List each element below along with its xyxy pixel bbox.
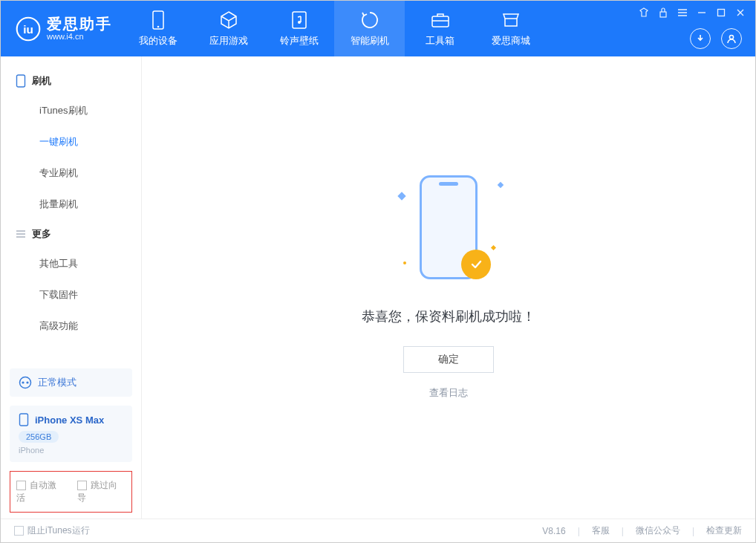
svg-point-9 xyxy=(729,35,733,39)
svg-rect-6 xyxy=(432,16,449,27)
check-badge-icon xyxy=(461,250,491,279)
footer-link-support[interactable]: 客服 xyxy=(592,524,610,537)
tab-apps-games[interactable]: 应用游戏 xyxy=(193,1,264,56)
cube-icon xyxy=(219,10,238,30)
app-header: iu 爱思助手 www.i4.cn 我的设备 应用游戏 铃声壁纸 智能刷机 工具… xyxy=(1,1,755,56)
tab-my-device[interactable]: 我的设备 xyxy=(123,1,193,56)
highlighted-checkbox-row: 自动激活 跳过向导 xyxy=(10,471,132,513)
toolbox-icon xyxy=(431,10,450,30)
window-controls xyxy=(638,7,746,19)
tab-store[interactable]: 爱思商城 xyxy=(475,1,546,56)
app-subtitle: www.i4.cn xyxy=(47,32,112,41)
mode-card[interactable]: 正常模式 xyxy=(10,368,132,397)
sidebar-item-oneclick-flash[interactable]: 一键刷机 xyxy=(1,126,141,157)
tab-label: 应用游戏 xyxy=(209,34,248,48)
svg-point-11 xyxy=(20,377,31,388)
sidebar-group-title: 刷机 xyxy=(32,74,51,88)
status-bar: 阻止iTunes运行 V8.16 | 客服 | 微信公众号 | 检查更新 xyxy=(1,518,755,542)
sidebar-item-batch-flash[interactable]: 批量刷机 xyxy=(1,189,141,220)
sidebar-item-pro-flash[interactable]: 专业刷机 xyxy=(1,157,141,189)
store-icon xyxy=(501,10,521,30)
mode-label: 正常模式 xyxy=(38,376,76,389)
nav-tabs: 我的设备 应用游戏 铃声壁纸 智能刷机 工具箱 爱思商城 xyxy=(123,1,546,56)
device-name-text: iPhone XS Max xyxy=(35,414,104,426)
sidebar-group-more: 更多 xyxy=(1,220,141,248)
tab-label: 工具箱 xyxy=(426,34,454,48)
app-title: 爱思助手 xyxy=(47,16,112,32)
header-action-circles xyxy=(690,28,742,49)
svg-rect-10 xyxy=(17,75,25,87)
checkbox-block-itunes[interactable]: 阻止iTunes运行 xyxy=(14,524,90,537)
sidebar: 刷机 iTunes刷机 一键刷机 专业刷机 批量刷机 更多 其他工具 下载固件 … xyxy=(1,56,142,518)
sidebar-group-flash: 刷机 xyxy=(1,67,141,95)
svg-point-3 xyxy=(157,25,159,27)
tab-ringtones[interactable]: 铃声壁纸 xyxy=(264,1,334,56)
sidebar-item-download-firmware[interactable]: 下载固件 xyxy=(1,279,141,310)
mode-icon xyxy=(19,376,32,389)
svg-rect-4 xyxy=(293,12,306,28)
sidebar-item-itunes-flash[interactable]: iTunes刷机 xyxy=(1,95,141,126)
device-icon xyxy=(149,10,168,30)
sidebar-item-other-tools[interactable]: 其他工具 xyxy=(1,248,141,279)
svg-text:iu: iu xyxy=(23,22,33,35)
skin-icon[interactable] xyxy=(638,7,650,19)
version-label: V8.16 xyxy=(542,526,565,536)
view-log-link[interactable]: 查看日志 xyxy=(429,386,468,400)
tab-label: 爱思商城 xyxy=(492,34,530,48)
tab-label: 我的设备 xyxy=(139,34,177,48)
minimize-button[interactable] xyxy=(696,7,708,19)
svg-point-5 xyxy=(298,21,301,24)
svg-point-13 xyxy=(26,381,28,383)
tab-label: 铃声壁纸 xyxy=(280,34,319,48)
app-logo-block: iu 爱思助手 www.i4.cn xyxy=(1,16,123,41)
svg-rect-8 xyxy=(718,10,725,16)
svg-rect-14 xyxy=(20,414,28,426)
lock-icon[interactable] xyxy=(657,7,669,19)
tab-smart-flash[interactable]: 智能刷机 xyxy=(334,1,405,56)
main-content: 恭喜您，保资料刷机成功啦！ 确定 查看日志 xyxy=(142,56,755,518)
footer-link-wechat[interactable]: 微信公众号 xyxy=(636,524,680,537)
sidebar-group-title: 更多 xyxy=(32,227,51,241)
checkbox-skip-guide[interactable]: 跳过向导 xyxy=(77,479,126,504)
storage-badge: 256GB xyxy=(19,431,59,443)
refresh-icon xyxy=(360,10,379,30)
footer-link-update[interactable]: 检查更新 xyxy=(706,524,742,537)
device-small-icon xyxy=(19,413,29,426)
tab-label: 智能刷机 xyxy=(351,34,389,48)
svg-rect-7 xyxy=(660,12,666,17)
close-button[interactable] xyxy=(734,7,746,19)
sidebar-item-advanced[interactable]: 高级功能 xyxy=(1,310,141,342)
app-logo-icon: iu xyxy=(16,16,41,42)
success-message: 恭喜您，保资料刷机成功啦！ xyxy=(362,308,535,325)
device-card[interactable]: iPhone XS Max 256GB iPhone xyxy=(10,406,132,462)
maximize-button[interactable] xyxy=(715,7,727,19)
success-illustration xyxy=(408,175,489,287)
music-icon xyxy=(290,10,309,30)
ok-button[interactable]: 确定 xyxy=(403,346,494,373)
list-icon xyxy=(16,229,26,239)
device-type: iPhone xyxy=(19,446,123,455)
menu-icon[interactable] xyxy=(677,7,688,19)
checkbox-auto-activate[interactable]: 自动激活 xyxy=(16,479,65,504)
phone-small-icon xyxy=(16,74,26,88)
user-button[interactable] xyxy=(721,28,742,49)
svg-point-12 xyxy=(22,381,24,383)
download-button[interactable] xyxy=(690,28,711,49)
tab-toolbox[interactable]: 工具箱 xyxy=(405,1,475,56)
